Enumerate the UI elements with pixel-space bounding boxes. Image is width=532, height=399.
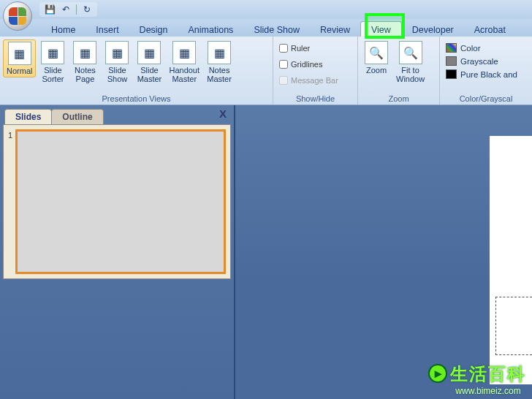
tab-acrobat[interactable]: Acrobat (464, 22, 516, 37)
tab-slide-show[interactable]: Slide Show (243, 22, 310, 37)
slide-thumb-image (15, 129, 226, 274)
tab-view[interactable]: View (360, 21, 402, 37)
button-label: Zoom (366, 66, 387, 75)
workspace: Slides Outline X 1 (0, 105, 532, 399)
watermark-arrow-icon: ▸ (428, 364, 447, 383)
slide-sorter-button[interactable]: ▦SlideSorter (37, 39, 68, 85)
slide-number: 1 (8, 129, 15, 274)
checkbox-label: Gridlines (291, 60, 322, 69)
fit-to-window-button[interactable]: 🔍Fit toWindow (393, 39, 428, 85)
button-label: Fit toWindow (396, 66, 425, 83)
pure-bw-button[interactable]: Pure Black and (443, 69, 520, 80)
button-label: SlideShow (107, 66, 128, 83)
ribbon: ▦Normal▦SlideSorter▦NotesPage▦SlideShow▦… (0, 37, 532, 105)
qat-separator (76, 4, 77, 15)
tab-design[interactable]: Design (129, 22, 178, 37)
group-presentation-views: ▦Normal▦SlideSorter▦NotesPage▦SlideShow▦… (0, 37, 273, 104)
zoom-icon: 🔍 (365, 41, 388, 64)
notes-page-icon: ▦ (73, 41, 96, 64)
color-label: Color (460, 44, 480, 53)
pane-tab-slides[interactable]: Slides (4, 109, 52, 124)
button-label: Normal (7, 66, 32, 75)
checkbox-label: Ruler (291, 44, 310, 53)
pane-body: 1 (3, 124, 231, 279)
normal-button[interactable]: ▦Normal (3, 39, 36, 77)
group-label: Color/Grayscal (443, 93, 529, 104)
redo-icon[interactable]: ↻ (81, 4, 93, 15)
undo-icon[interactable]: ↶ (60, 4, 72, 15)
ribbon-tabs: Home Insert Design Animations Slide Show… (0, 19, 532, 37)
button-label: SlideSorter (42, 66, 64, 83)
color-label: Grayscale (460, 57, 498, 66)
color-button[interactable]: Color (443, 42, 520, 53)
normal-icon: ▦ (8, 42, 31, 65)
close-icon[interactable]: X (219, 107, 227, 120)
color-swatch-icon (446, 56, 457, 66)
fit-to-window-icon: 🔍 (399, 41, 422, 64)
office-button[interactable] (3, 1, 32, 31)
notes-master-button[interactable]: ▦NotesMaster (204, 39, 235, 85)
pane-tabs: Slides Outline X (0, 105, 234, 124)
placeholder-box (495, 297, 532, 355)
slide-stage[interactable] (235, 105, 532, 399)
group-label: Presentation Views (3, 93, 270, 104)
notes-master-icon: ▦ (208, 41, 231, 64)
save-icon[interactable]: 💾 (44, 4, 56, 15)
color-label: Pure Black and (460, 70, 517, 79)
checkbox-label: Message Bar (291, 76, 338, 85)
watermark-title: 生活百科 (450, 362, 526, 386)
slide-show-button[interactable]: ▦SlideShow (102, 39, 132, 85)
button-label: HandoutMaster (169, 66, 200, 83)
handout-master-button[interactable]: ▦HandoutMaster (166, 39, 202, 85)
color-swatch-icon (446, 43, 457, 53)
checkbox-icon (279, 76, 288, 85)
group-show-hide: RulerGridlinesMessage Bar Show/Hide (273, 37, 358, 104)
handout-master-icon: ▦ (172, 41, 196, 64)
quick-access-toolbar: 💾 ↶ ↻ (39, 2, 97, 17)
pane-tab-outline[interactable]: Outline (51, 109, 103, 124)
ruler-checkbox[interactable]: Ruler (276, 42, 341, 54)
checkbox-icon[interactable] (279, 60, 288, 69)
message-bar-checkbox: Message Bar (276, 75, 341, 86)
color-swatch-icon (446, 69, 457, 79)
watermark: 生活百科 www.bimeiz.com (450, 362, 526, 396)
button-label: NotesMaster (207, 66, 232, 83)
watermark-url: www.bimeiz.com (450, 386, 526, 396)
office-logo-icon (9, 7, 26, 25)
zoom-button[interactable]: 🔍Zoom (361, 39, 392, 76)
titlebar: 💾 ↶ ↻ (0, 0, 532, 19)
slide-master-button[interactable]: ▦SlideMaster (134, 39, 164, 85)
button-label: NotesPage (75, 66, 96, 83)
grayscale-button[interactable]: Grayscale (443, 56, 520, 66)
gridlines-checkbox[interactable]: Gridlines (276, 58, 341, 70)
tab-home[interactable]: Home (41, 22, 86, 37)
tab-insert[interactable]: Insert (86, 22, 129, 37)
slide-sorter-icon: ▦ (41, 41, 64, 64)
tab-review[interactable]: Review (310, 22, 360, 37)
slide-master-icon: ▦ (137, 41, 161, 64)
group-zoom: 🔍Zoom🔍Fit toWindow Zoom (358, 37, 440, 104)
tab-animations[interactable]: Animations (178, 22, 244, 37)
group-label: Zoom (361, 93, 436, 104)
slide-show-icon: ▦ (105, 41, 129, 64)
notes-page-button[interactable]: ▦NotesPage (69, 39, 100, 85)
tab-developer[interactable]: Developer (402, 22, 464, 37)
group-label: Show/Hide (276, 93, 354, 104)
slide-thumbnail-1[interactable]: 1 (8, 129, 226, 274)
checkbox-icon[interactable] (279, 44, 288, 53)
slides-pane: Slides Outline X 1 (0, 105, 235, 399)
button-label: SlideMaster (137, 66, 162, 83)
group-color-grayscale: ColorGrayscalePure Black and Color/Grays… (440, 37, 532, 104)
